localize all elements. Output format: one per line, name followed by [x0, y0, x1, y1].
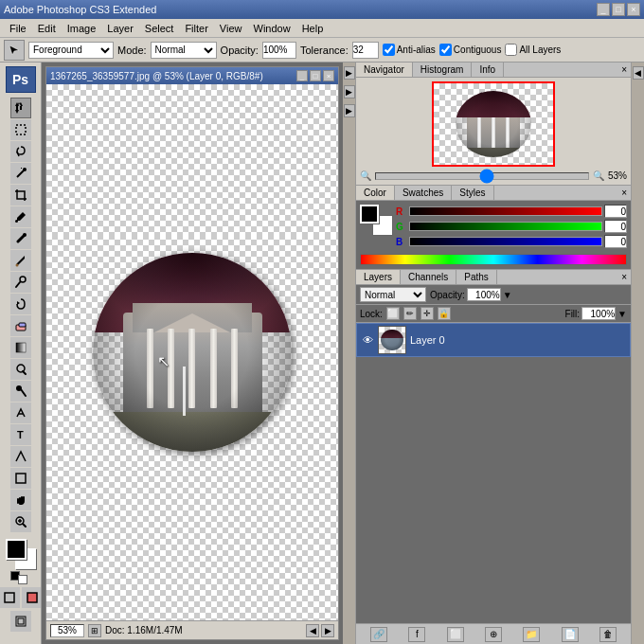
- r-value[interactable]: 0: [604, 205, 627, 218]
- magic-wand-tool[interactable]: [10, 163, 31, 184]
- color-fg-swatch[interactable]: [360, 205, 379, 224]
- scroll-right[interactable]: ▶: [321, 624, 334, 637]
- lock-image-icon[interactable]: ✏: [403, 307, 417, 320]
- zoom-input[interactable]: [50, 624, 84, 637]
- layers-panel-close[interactable]: ×: [617, 270, 631, 284]
- clone-stamp-tool[interactable]: [10, 272, 31, 293]
- lock-transparency-icon[interactable]: ⬜: [386, 307, 400, 320]
- history-brush-tool[interactable]: [10, 294, 31, 314]
- text-tool[interactable]: T: [10, 424, 31, 445]
- selection-tool[interactable]: [10, 119, 31, 140]
- layers-tabs: Layers Channels Paths ×: [356, 270, 631, 285]
- tab-color[interactable]: Color: [356, 186, 395, 200]
- shape-tool[interactable]: [10, 468, 31, 489]
- opacity-value[interactable]: [467, 288, 501, 301]
- tab-navigator[interactable]: Navigator: [356, 63, 413, 77]
- eyedropper-tool[interactable]: [10, 206, 31, 227]
- blend-mode-select[interactable]: Normal: [360, 287, 426, 302]
- layer-style-btn[interactable]: f: [408, 627, 425, 642]
- menu-view[interactable]: View: [214, 19, 248, 38]
- menu-layer[interactable]: Layer: [101, 19, 139, 38]
- layer-visibility-icon[interactable]: 👁: [361, 333, 374, 347]
- color-fg-bg: [360, 205, 392, 235]
- svg-text:T: T: [17, 429, 24, 440]
- menu-window[interactable]: Window: [248, 19, 296, 38]
- new-group-btn[interactable]: 📁: [523, 627, 540, 642]
- zoom-tool[interactable]: [10, 511, 31, 532]
- menu-filter[interactable]: Filter: [179, 19, 213, 38]
- navigator-panel-close[interactable]: ×: [617, 63, 631, 77]
- new-fill-layer-btn[interactable]: ⊕: [485, 627, 502, 642]
- doc-maximize[interactable]: □: [310, 70, 321, 81]
- eraser-tool[interactable]: [10, 315, 31, 336]
- dodge-tool[interactable]: [10, 381, 31, 402]
- tab-paths[interactable]: Paths: [456, 270, 497, 284]
- standard-mode[interactable]: [0, 587, 20, 608]
- lasso-tool[interactable]: [10, 141, 31, 162]
- menu-help[interactable]: Help: [296, 19, 330, 38]
- doc-minimize[interactable]: _: [296, 70, 308, 81]
- screen-mode[interactable]: [10, 611, 31, 632]
- mode-select[interactable]: Normal: [151, 42, 217, 59]
- g-label: G: [396, 222, 407, 232]
- panel-toggle-nav[interactable]: ▶: [344, 66, 355, 80]
- pen-tool[interactable]: [10, 402, 31, 423]
- spot-healing-tool[interactable]: [10, 228, 31, 249]
- maximize-button[interactable]: □: [612, 3, 625, 16]
- new-layer-btn[interactable]: 📄: [562, 627, 579, 642]
- crop-tool[interactable]: [10, 185, 31, 206]
- tolerance-input[interactable]: [352, 42, 379, 59]
- menu-edit[interactable]: Edit: [32, 19, 62, 38]
- tab-channels[interactable]: Channels: [401, 270, 456, 284]
- opacity-arrow[interactable]: ▼: [503, 290, 512, 300]
- menu-select[interactable]: Select: [139, 19, 180, 38]
- panel-toggle-layers[interactable]: ▶: [344, 104, 355, 117]
- brush-tool[interactable]: [10, 250, 31, 271]
- swap-colors-icon[interactable]: [18, 575, 27, 584]
- doc-canvas-area[interactable]: ↖: [46, 84, 338, 620]
- hand-tool[interactable]: [10, 490, 31, 510]
- nav-zoom-slider[interactable]: [375, 172, 589, 180]
- g-value[interactable]: 0: [604, 220, 627, 233]
- lock-position-icon[interactable]: ✛: [420, 307, 434, 320]
- tab-info[interactable]: Info: [472, 63, 504, 77]
- color-spectrum[interactable]: [360, 254, 627, 265]
- b-value[interactable]: 0: [604, 235, 627, 248]
- tab-swatches[interactable]: Swatches: [395, 186, 452, 200]
- menu-image[interactable]: Image: [62, 19, 102, 38]
- quick-mask-mode[interactable]: [22, 587, 43, 608]
- blur-tool[interactable]: [10, 359, 31, 380]
- anti-alias-checkbox[interactable]: [383, 44, 395, 56]
- layer-mask-btn[interactable]: ⬜: [447, 627, 464, 642]
- all-layers-checkbox[interactable]: [505, 44, 517, 56]
- document-title: 1367265_36359577.jpg @ 53% (Layer 0, RGB…: [50, 71, 263, 81]
- foreground-color[interactable]: [6, 539, 27, 560]
- contiguous-checkbox[interactable]: [439, 44, 452, 56]
- gradient-tool[interactable]: [10, 337, 31, 358]
- panel-toggle-color[interactable]: ▶: [344, 85, 355, 98]
- collapse-right-btn[interactable]: ◀: [633, 66, 644, 80]
- move-tool[interactable]: [10, 98, 31, 118]
- scroll-left[interactable]: ◀: [306, 624, 319, 637]
- close-button[interactable]: ×: [627, 3, 640, 16]
- menu-file[interactable]: File: [4, 19, 32, 38]
- fill-value[interactable]: [581, 307, 616, 320]
- tab-layers[interactable]: Layers: [356, 270, 401, 284]
- tab-histogram[interactable]: Histogram: [413, 63, 473, 77]
- tab-styles[interactable]: Styles: [452, 186, 493, 200]
- opacity-input[interactable]: [262, 42, 296, 59]
- link-layers-btn[interactable]: 🔗: [370, 627, 387, 642]
- svg-rect-28: [27, 593, 37, 602]
- table-row[interactable]: 👁 Layer 0: [356, 323, 631, 357]
- lock-all-icon[interactable]: 🔒: [438, 307, 451, 320]
- minimize-button[interactable]: _: [597, 3, 610, 16]
- tool-preset-select[interactable]: Foreground: [28, 42, 114, 59]
- delete-layer-btn[interactable]: 🗑: [599, 627, 617, 642]
- path-selection-tool[interactable]: [10, 446, 31, 467]
- doc-close[interactable]: ×: [323, 70, 334, 81]
- left-toolbar: Ps: [0, 63, 42, 644]
- zoom-icon[interactable]: ⊞: [88, 624, 101, 637]
- document-window: 1367265_36359577.jpg @ 53% (Layer 0, RGB…: [45, 66, 339, 640]
- fill-arrow[interactable]: ▼: [617, 309, 627, 319]
- color-panel-close[interactable]: ×: [617, 186, 631, 200]
